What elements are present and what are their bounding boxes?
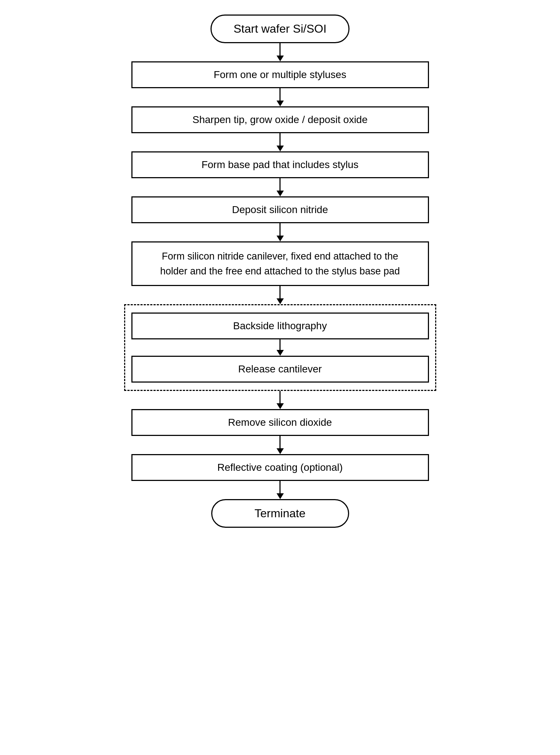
step4-process: Deposit silicon nitride (131, 196, 429, 223)
flowchart: Start wafer Si/SOI Form one or multiple … (117, 15, 443, 528)
step6b-process: Release cantilever (131, 356, 429, 383)
step3-process: Form base pad that includes stylus (131, 151, 429, 178)
step2-process: Sharpen tip, grow oxide / deposit oxide (131, 106, 429, 133)
step8-process: Reflective coating (optional) (131, 454, 429, 481)
terminate-terminal: Terminate (211, 499, 349, 528)
step5-process: Form silicon nitride canilever, fixed en… (131, 241, 429, 286)
arrow-6 (277, 286, 284, 304)
arrow-7 (277, 391, 284, 409)
step6a-process: Backside lithography (131, 313, 429, 339)
arrow-6a (277, 339, 284, 356)
arrow-8 (277, 436, 284, 454)
dashed-group: Backside lithography Release cantilever (124, 304, 436, 391)
arrow-9 (277, 481, 284, 499)
start-terminal: Start wafer Si/SOI (210, 15, 349, 43)
arrow-2 (277, 88, 284, 106)
arrow-1 (277, 43, 284, 61)
arrow-4 (277, 178, 284, 196)
arrow-5 (277, 223, 284, 241)
step1-process: Form one or multiple styluses (131, 61, 429, 88)
arrow-3 (277, 133, 284, 151)
step7-process: Remove silicon dioxide (131, 409, 429, 436)
